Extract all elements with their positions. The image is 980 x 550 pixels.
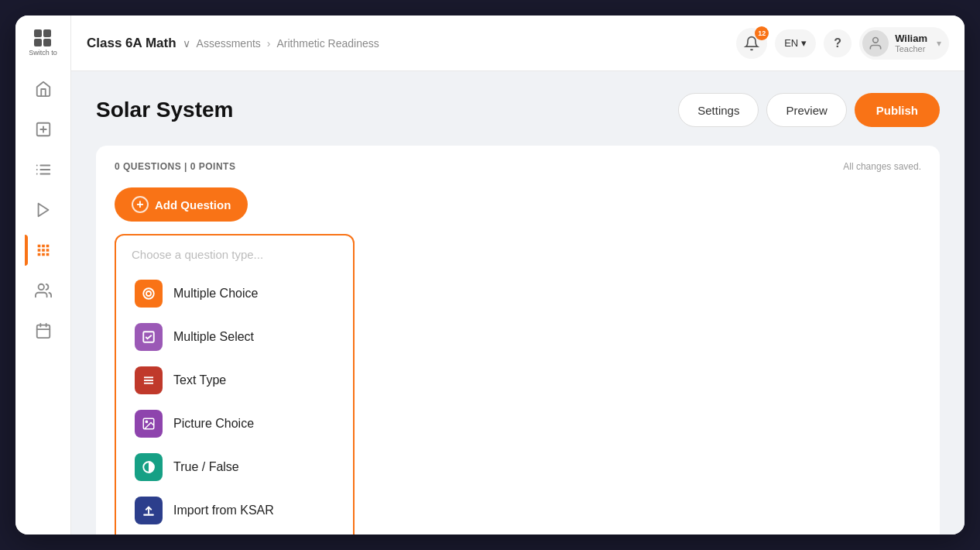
edit-icon xyxy=(35,121,52,138)
import-ksar-label: Import from KSAR xyxy=(173,504,274,517)
svg-rect-9 xyxy=(36,325,50,339)
question-type-item-text-type[interactable]: Text Type xyxy=(128,360,341,400)
import-ksar-icon xyxy=(135,497,163,524)
sidebar-item-video[interactable] xyxy=(25,191,62,229)
user-name: Wiliam xyxy=(895,33,927,44)
svg-point-13 xyxy=(873,37,879,43)
breadcrumb-separator: › xyxy=(267,37,271,50)
multiple-select-icon xyxy=(135,323,163,351)
text-type-icon xyxy=(135,366,163,394)
sidebar-nav: Switch to xyxy=(15,25,70,349)
svg-point-14 xyxy=(143,288,154,299)
active-indicator xyxy=(25,235,28,266)
sidebar-item-edit[interactable] xyxy=(25,111,62,148)
lang-chevron-icon: ▾ xyxy=(801,37,807,49)
switch-to-label: Switch to xyxy=(29,49,57,57)
svg-point-15 xyxy=(146,291,151,296)
preview-button[interactable]: Preview xyxy=(766,93,846,127)
question-type-list: Multiple ChoiceMultiple SelectText TypeP… xyxy=(128,273,341,535)
plus-circle-icon: + xyxy=(132,196,149,213)
plus-apps-icon xyxy=(35,242,52,259)
question-type-item-multiple-choice[interactable]: Multiple Choice xyxy=(128,273,341,314)
class-name: Class 6A Math xyxy=(87,36,176,51)
svg-rect-24 xyxy=(143,514,154,516)
picture-choice-icon xyxy=(135,410,163,438)
language-button[interactable]: EN ▾ xyxy=(775,29,816,57)
sidebar: Switch to xyxy=(15,15,71,535)
true-false-icon xyxy=(135,453,163,481)
sidebar-item-plus[interactable] xyxy=(25,232,62,269)
svg-marker-7 xyxy=(38,204,48,217)
list-icon xyxy=(35,161,52,178)
home-icon xyxy=(35,81,52,98)
sidebar-item-home[interactable] xyxy=(25,70,62,108)
add-question-button[interactable]: + Add Question xyxy=(115,187,248,222)
question-type-item-multiple-select[interactable]: Multiple Select xyxy=(128,317,341,357)
header-actions: Settings Preview Publish xyxy=(678,93,940,127)
user-info: Wiliam Teacher xyxy=(895,33,927,53)
page-header: Solar System Settings Preview Publish xyxy=(96,93,940,127)
breadcrumb-assessments[interactable]: Assessments xyxy=(197,37,261,50)
avatar xyxy=(862,30,889,57)
sidebar-item-calendar[interactable] xyxy=(25,312,62,349)
question-type-dropdown: Choose a question type... Multiple Choic… xyxy=(115,234,355,535)
user-menu-button[interactable]: Wiliam Teacher ▾ xyxy=(859,27,949,60)
svg-point-8 xyxy=(38,284,43,290)
user-chevron-icon: ▾ xyxy=(937,38,941,49)
settings-button[interactable]: Settings xyxy=(678,93,759,127)
add-question-label: Add Question xyxy=(155,198,231,211)
group-icon xyxy=(35,282,52,299)
topbar-actions: 12 EN ▾ ? Wiliam Teacher xyxy=(736,27,949,60)
dropdown-placeholder: Choose a question type... xyxy=(128,248,341,261)
calendar-icon xyxy=(35,322,52,339)
quiz-meta: 0 QUESTIONS | 0 POINTS All changes saved… xyxy=(115,161,921,172)
question-type-item-import-ksar[interactable]: Import from KSAR xyxy=(128,490,341,531)
multiple-select-label: Multiple Select xyxy=(173,330,254,344)
quiz-card: 0 QUESTIONS | 0 POINTS All changes saved… xyxy=(96,146,940,535)
breadcrumb-current: Arithmetic Readiness xyxy=(277,37,379,50)
picture-choice-label: Picture Choice xyxy=(173,417,254,431)
app-window: Switch to xyxy=(15,15,965,535)
notification-button[interactable]: 12 xyxy=(736,28,767,59)
lang-label: EN xyxy=(784,37,798,49)
page-title: Solar System xyxy=(96,98,678,122)
switch-to-button[interactable]: Switch to xyxy=(26,25,60,61)
chevron-icon: ∨ xyxy=(183,37,190,50)
question-type-item-ai-generator[interactable]: AI question generator xyxy=(128,534,341,535)
sidebar-item-list[interactable] xyxy=(25,151,62,188)
question-type-item-picture-choice[interactable]: Picture Choice xyxy=(128,404,341,444)
saved-status: All changes saved. xyxy=(843,161,921,172)
question-type-item-true-false[interactable]: True / False xyxy=(128,447,341,487)
help-button[interactable]: ? xyxy=(824,29,852,57)
breadcrumb: Class 6A Math ∨ Assessments › Arithmetic… xyxy=(87,36,379,51)
notification-badge: 12 xyxy=(755,26,769,40)
multiple-choice-icon xyxy=(135,280,163,308)
video-icon xyxy=(35,201,52,218)
true-false-label: True / False xyxy=(173,460,239,474)
publish-button[interactable]: Publish xyxy=(855,93,940,127)
help-label: ? xyxy=(834,36,841,50)
user-icon xyxy=(868,36,883,51)
user-role: Teacher xyxy=(895,44,927,53)
text-type-label: Text Type xyxy=(173,373,226,387)
multiple-choice-label: Multiple Choice xyxy=(173,287,258,301)
quiz-stats: 0 QUESTIONS | 0 POINTS xyxy=(115,161,235,172)
sidebar-item-group[interactable] xyxy=(25,272,62,309)
svg-point-21 xyxy=(146,421,147,422)
topbar: Class 6A Math ∨ Assessments › Arithmetic… xyxy=(71,15,965,71)
main-area: Class 6A Math ∨ Assessments › Arithmetic… xyxy=(71,15,965,535)
content-area: Solar System Settings Preview Publish 0 … xyxy=(71,71,965,535)
